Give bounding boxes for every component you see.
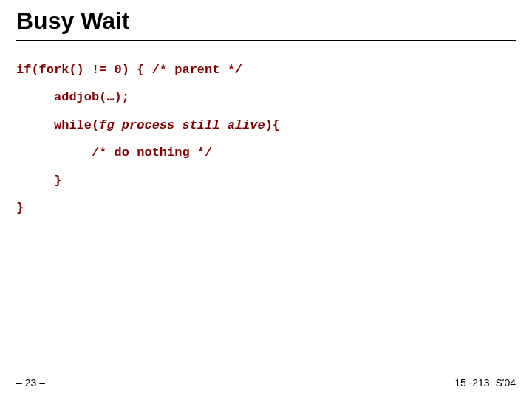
code-line-1: if(fork() != 0) { /* parent */ — [16, 56, 516, 83]
code-line-2: addjob(…); — [16, 83, 516, 111]
code-italic: fg process still alive — [99, 118, 265, 132]
slide-title: Busy Wait — [16, 7, 130, 35]
code-line-6: } — [16, 194, 516, 222]
slide-number: – 23 – — [16, 377, 45, 389]
code-text: if(fork() != 0) { — [16, 63, 152, 77]
code-block: if(fork() != 0) { /* parent */ addjob(…)… — [16, 56, 516, 222]
title-rule — [16, 40, 516, 41]
code-line-4: /* do nothing */ — [16, 139, 516, 166]
code-comment: /* parent */ — [152, 63, 242, 77]
code-text: ){ — [265, 118, 280, 132]
code-text: while( — [16, 118, 99, 132]
code-line-3: while(fg process still alive){ — [16, 112, 516, 139]
code-line-5: } — [16, 167, 516, 194]
course-tag: 15 -213, S'04 — [454, 377, 516, 389]
